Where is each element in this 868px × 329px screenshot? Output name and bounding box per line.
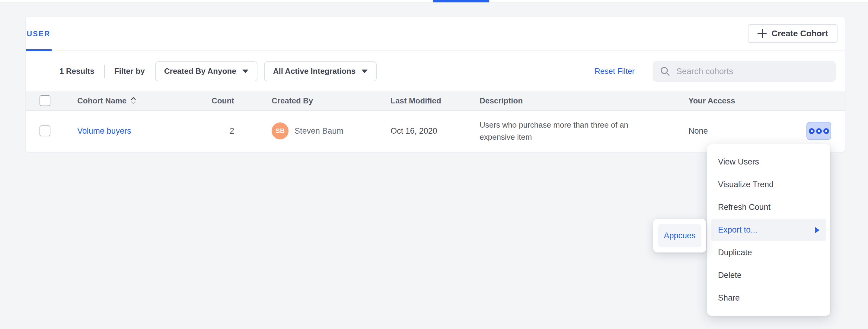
menu-item-share[interactable]: Share — [711, 287, 826, 309]
your-access-value: None — [688, 127, 708, 136]
tab-user-label: USER — [27, 30, 51, 38]
panel-header: USER Create Cohort — [26, 17, 845, 51]
results-count: 1 Results — [59, 66, 94, 76]
submenu-item-appcues[interactable]: Appcues — [658, 224, 702, 247]
menu-item-view-users[interactable]: View Users — [711, 150, 826, 173]
filter-toolbar: 1 Results Filter by Created By Anyone Al… — [26, 51, 845, 91]
column-your-access[interactable]: Your Access — [688, 96, 845, 106]
created-by-dropdown[interactable]: Created By Anyone — [155, 61, 257, 81]
create-cohort-label: Create Cohort — [771, 29, 828, 38]
last-modified-value: Oct 16, 2020 — [391, 127, 479, 136]
cohort-count: 2 — [211, 127, 272, 136]
reset-filter-link[interactable]: Reset Filter — [595, 66, 635, 76]
cohort-name-link[interactable]: Volume buyers — [77, 127, 131, 136]
divider — [104, 65, 105, 78]
integrations-dropdown-value: All Active Integrations — [273, 66, 356, 76]
avatar: SB — [272, 122, 288, 139]
column-created-by[interactable]: Created By — [272, 96, 391, 106]
menu-item-duplicate[interactable]: Duplicate — [711, 241, 826, 264]
column-description[interactable]: Description — [479, 96, 688, 106]
ellipsis-icon — [823, 128, 829, 134]
column-count[interactable]: Count — [211, 96, 272, 106]
row-actions-button[interactable] — [806, 122, 831, 140]
filter-right-group: Reset Filter — [595, 61, 836, 82]
row-context-menu: View Users Visualize Trend Refresh Count… — [707, 144, 830, 316]
creator-name: Steven Baum — [294, 127, 343, 136]
cohorts-panel: USER Create Cohort 1 Results Filter by C… — [25, 17, 845, 152]
column-last-modified[interactable]: Last Modified — [391, 96, 479, 106]
export-submenu: Appcues — [653, 219, 706, 252]
column-cohort-name[interactable]: Cohort Name — [77, 96, 211, 106]
tab-active-underline — [26, 49, 52, 51]
ellipsis-icon — [816, 128, 822, 134]
sort-icon — [131, 97, 136, 104]
created-by-dropdown-value: Created By Anyone — [164, 66, 236, 76]
chevron-down-icon — [362, 70, 368, 73]
search-icon — [660, 66, 670, 77]
submenu-arrow-icon — [815, 227, 819, 233]
menu-item-delete[interactable]: Delete — [711, 264, 826, 287]
ellipsis-icon — [809, 128, 814, 134]
active-tab-indicator — [433, 0, 489, 2]
tab-user[interactable]: USER — [26, 17, 52, 51]
search-box[interactable] — [653, 61, 836, 82]
create-cohort-button[interactable]: Create Cohort — [748, 24, 838, 43]
integrations-dropdown[interactable]: All Active Integrations — [264, 61, 377, 81]
chevron-down-icon — [242, 70, 248, 73]
plus-icon — [757, 29, 767, 38]
top-tab-strip — [0, 0, 868, 2]
select-all-checkbox[interactable] — [39, 95, 51, 106]
menu-item-visualize-trend[interactable]: Visualize Trend — [711, 173, 826, 196]
menu-item-refresh-count[interactable]: Refresh Count — [711, 196, 826, 219]
table-header: Cohort Name Count Created By Last Modifi… — [26, 91, 845, 111]
row-checkbox[interactable] — [39, 126, 51, 136]
description-value: Users who purchase more than three of an… — [479, 119, 688, 143]
search-input[interactable] — [676, 66, 829, 76]
filter-by-label: Filter by — [114, 66, 145, 76]
menu-item-export-to[interactable]: Export to... — [711, 219, 826, 241]
